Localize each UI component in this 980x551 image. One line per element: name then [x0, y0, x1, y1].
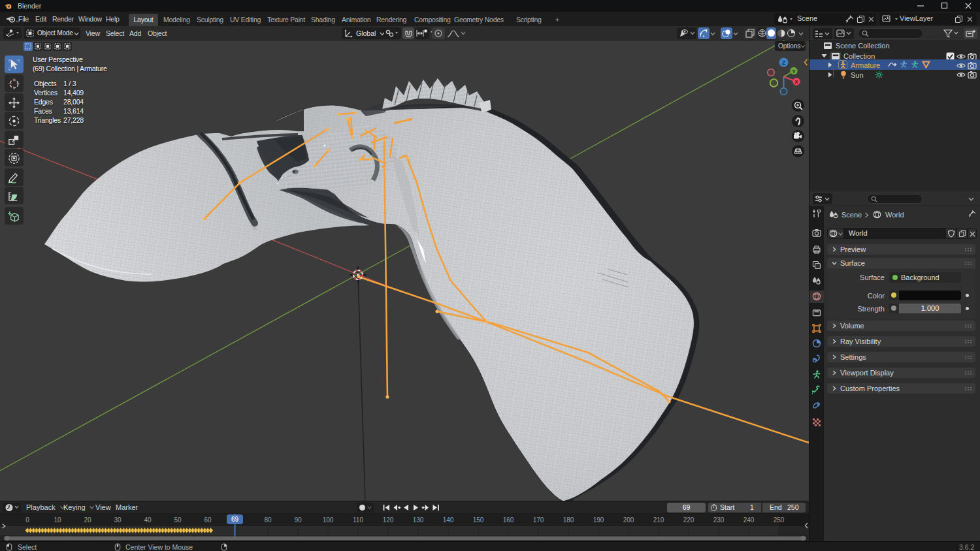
svg-text:120: 120 [383, 516, 394, 524]
svg-text:170: 170 [533, 516, 544, 524]
svg-text:20: 20 [84, 516, 91, 524]
svg-text:190: 190 [593, 516, 604, 524]
svg-text:110: 110 [353, 516, 363, 524]
svg-text:210: 210 [653, 516, 664, 524]
svg-text:160: 160 [503, 516, 514, 524]
svg-text:250: 250 [774, 516, 785, 524]
svg-text:0: 0 [25, 516, 29, 524]
svg-text:Y: Y [792, 69, 796, 74]
svg-text:230: 230 [713, 516, 725, 524]
svg-text:10: 10 [54, 516, 61, 524]
svg-text:69: 69 [231, 516, 239, 523]
svg-text:90: 90 [294, 516, 302, 524]
svg-text:Z: Z [782, 59, 785, 66]
svg-text:40: 40 [144, 516, 152, 524]
svg-text:140: 140 [443, 516, 454, 524]
svg-text:150: 150 [473, 516, 484, 524]
svg-text:80: 80 [264, 516, 272, 524]
svg-text:180: 180 [563, 516, 574, 524]
svg-text:X: X [794, 79, 798, 85]
svg-text:30: 30 [114, 516, 122, 524]
svg-text:50: 50 [174, 516, 182, 524]
svg-text:200: 200 [623, 516, 634, 524]
svg-text:220: 220 [683, 516, 694, 524]
svg-text:100: 100 [323, 516, 334, 524]
svg-text:240: 240 [743, 516, 755, 524]
svg-text:130: 130 [413, 516, 424, 524]
svg-text:60: 60 [204, 516, 212, 524]
